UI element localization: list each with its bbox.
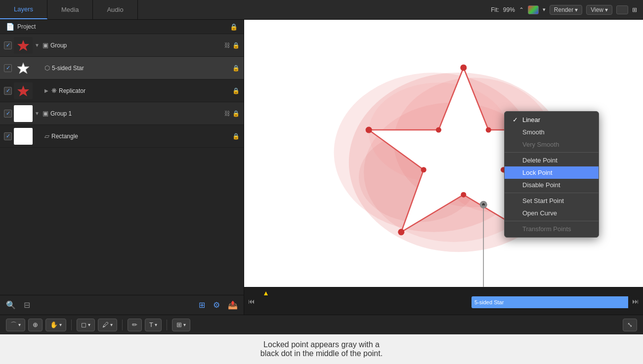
tab-media[interactable]: Media [47, 0, 93, 19]
layer-label-rect: Rectangle [51, 133, 230, 140]
star-lock-icon: 🔒 [232, 65, 240, 72]
layer-label-group1: Group 1 [50, 110, 222, 117]
top-bar: Layers Media Audio Fit: 99% ⌃ ▾ Render ▾… [0, 0, 643, 20]
group1-type-icon: ▣ [43, 110, 48, 117]
canvas-background: ✓ Linear Smooth Very Smooth Delete Point [244, 20, 643, 290]
timeline-go-start[interactable]: ⏮ [244, 287, 259, 315]
svg-marker-0 [17, 40, 29, 51]
pen-icon: ✏ [132, 321, 137, 328]
svg-point-18 [461, 192, 466, 197]
paint-icon: 🖊 [102, 321, 109, 328]
group1-expand-triangle[interactable]: ▼ [35, 111, 40, 116]
group-expand-triangle[interactable]: ▼ [35, 42, 40, 48]
render-dropdown[interactable]: Render ▾ [550, 5, 582, 15]
canvas-area: ✓ Linear Smooth Very Smooth Delete Point [244, 20, 643, 315]
layer-icons-group: ⛓ 🔒 [224, 42, 240, 49]
layer-checkbox-rect[interactable] [4, 132, 12, 140]
fit-arrows[interactable]: ⌃ [519, 6, 524, 13]
layer-thumbnail-star [14, 60, 33, 77]
fit-label: Fit: [491, 6, 499, 13]
layer-item-star[interactable]: ⬡ 5-sided Star 🔒 [0, 57, 244, 80]
star-type-icon: ⬡ [44, 64, 50, 72]
menu-item-smooth[interactable]: Smooth [505, 126, 599, 138]
menu-item-set-start[interactable]: Set Start Point [505, 195, 599, 207]
layer-item-group[interactable]: ▼ ▣ Group ⛓ 🔒 [0, 34, 244, 57]
replicator-expand-triangle[interactable]: ▶ [44, 88, 48, 93]
svg-point-19 [421, 167, 426, 172]
layer-link-icon: ⛓ [224, 42, 230, 49]
svg-point-20 [436, 127, 441, 132]
layer-icons-star: 🔒 [232, 65, 240, 72]
lock-icon: 🔒 [230, 23, 238, 31]
context-menu: ✓ Linear Smooth Very Smooth Delete Point [504, 111, 599, 238]
bezier-icon: ⌒ [10, 321, 17, 329]
group1-link-icon: ⛓ [224, 110, 230, 117]
pen-tool[interactable]: ✏ [128, 319, 142, 331]
svg-marker-2 [17, 85, 29, 96]
layer-icons-replicator: 🔒 [232, 87, 240, 94]
canvas-toolbar: ⌒ ▾ ⊕ ✋ ▾ ◻ ▾ 🖊 ▾ ✏ T ▾ ⊞ ▾ [0, 315, 643, 334]
timeline: ⏮ 5-sided Star ⏭ [244, 287, 643, 315]
svg-point-14 [398, 229, 404, 235]
hand-tool[interactable]: ✋ ▾ [45, 319, 66, 331]
left-panel-bottom-toolbar: 🔍 ⊟ ⊞ ⚙ 📤 [0, 295, 244, 315]
layer-item-rectangle[interactable]: ▱ Rectangle 🔒 [0, 125, 244, 148]
svg-point-15 [366, 127, 372, 133]
text-icon: T [149, 321, 153, 328]
settings-icon[interactable]: ⚙ [211, 298, 222, 312]
layer-icons-rect: 🔒 [232, 133, 240, 140]
project-icon: 📄 [6, 23, 14, 31]
caption-text: Locked point appears gray with ablack do… [260, 340, 383, 358]
text-tool[interactable]: T ▾ [145, 319, 162, 331]
menu-item-very-smooth[interactable]: Very Smooth [505, 138, 599, 151]
layer-item-replicator[interactable]: ▶ ❋ Replicator 🔒 [0, 80, 244, 102]
layer-thumbnail-replicator [14, 82, 33, 99]
layer-checkbox-group[interactable] [4, 41, 12, 49]
grid-view-tool[interactable]: ⊞ ▾ [172, 319, 190, 331]
layer-thumbnail-group1 [14, 105, 33, 122]
toolbar-divider-1 [71, 320, 72, 330]
layer-checkbox-group1[interactable] [4, 110, 12, 118]
grid-icon[interactable]: ⊞ [197, 298, 207, 312]
mask-tool[interactable]: ◻ ▾ [77, 319, 95, 331]
menu-item-lock-point[interactable]: Lock Point [505, 166, 599, 179]
color-swatch[interactable] [528, 5, 539, 14]
svg-marker-1 [17, 63, 29, 74]
rect-type-icon: ▱ [44, 132, 49, 140]
panel-icon[interactable]: ⊟ [22, 298, 32, 312]
menu-item-disable-point[interactable]: Disable Point [505, 179, 599, 191]
menu-item-transform-points[interactable]: Transform Points [505, 223, 599, 235]
layer-checkbox-star[interactable] [4, 64, 12, 72]
timeline-track[interactable]: 5-sided Star [259, 287, 628, 315]
layer-checkbox-replicator[interactable] [4, 87, 12, 95]
view-dropdown[interactable]: View ▾ [586, 5, 612, 15]
resize-tool[interactable]: ⤡ [623, 319, 637, 331]
main-content: 📄 Project 🔒 ▼ ▣ Group ⛓ 🔒 [0, 20, 643, 315]
swatch-arrow[interactable]: ▾ [543, 6, 546, 13]
paint-tool[interactable]: 🖊 ▾ [98, 319, 117, 331]
menu-item-open-curve[interactable]: Open Curve [505, 207, 599, 219]
timeline-go-end[interactable]: ⏭ [628, 287, 643, 315]
globe-tool[interactable]: ⊕ [28, 319, 43, 331]
project-bar: 📄 Project 🔒 [0, 20, 244, 34]
search-icon[interactable]: 🔍 [4, 298, 18, 312]
tab-layers[interactable]: Layers [0, 0, 47, 19]
topbar-right: Fit: 99% ⌃ ▾ Render ▾ View ▾ ⊞ [491, 5, 643, 15]
bezier-tool[interactable]: ⌒ ▾ [6, 319, 25, 331]
export-icon[interactable]: 📤 [226, 298, 240, 312]
layer-icons-group1: ⛓ 🔒 [224, 110, 240, 117]
playhead-marker [264, 291, 268, 295]
group-type-icon: ▣ [43, 41, 48, 49]
toolbar-divider-3 [167, 320, 167, 330]
tab-audio[interactable]: Audio [93, 0, 137, 19]
replicator-lock-icon: 🔒 [232, 87, 240, 94]
layer-item-group1[interactable]: ▼ ▣ Group 1 ⛓ 🔒 [0, 102, 244, 125]
toolbar-divider-2 [122, 320, 123, 330]
fit-value: 99% [503, 6, 515, 13]
menu-separator-3 [505, 221, 599, 221]
menu-item-linear[interactable]: ✓ Linear [505, 114, 599, 126]
menu-item-delete-point[interactable]: Delete Point [505, 154, 599, 166]
timeline-clip[interactable]: 5-sided Star [472, 296, 628, 308]
window-controls[interactable] [616, 5, 628, 14]
expand-icon[interactable]: ⊞ [632, 6, 637, 13]
